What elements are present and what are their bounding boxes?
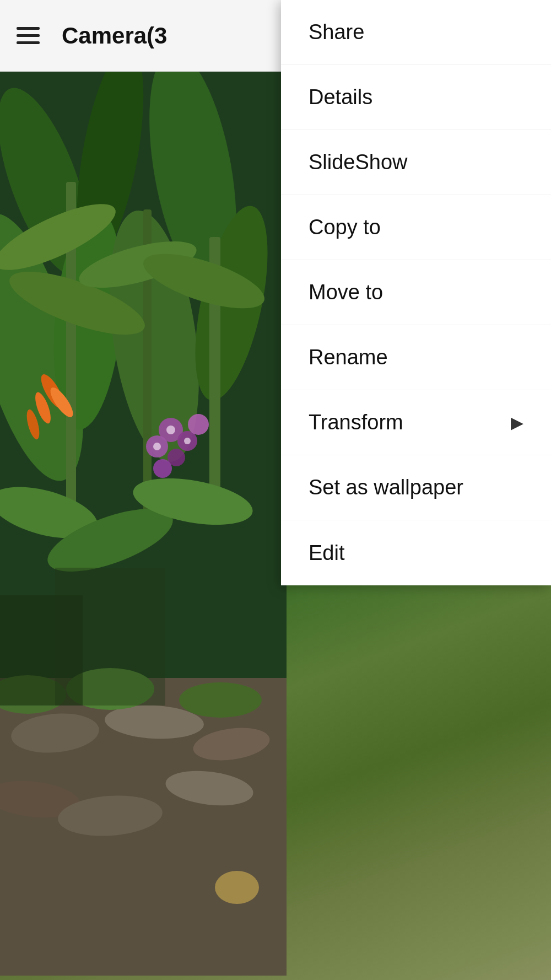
menu-item-transform[interactable]: Transform▶ bbox=[281, 390, 551, 455]
svg-point-24 bbox=[153, 459, 172, 478]
svg-point-25 bbox=[166, 426, 175, 434]
menu-item-share[interactable]: Share bbox=[281, 0, 551, 65]
menu-item-label-move-to: Move to bbox=[309, 281, 383, 304]
menu-item-label-transform: Transform bbox=[309, 411, 403, 434]
menu-item-rename[interactable]: Rename bbox=[281, 325, 551, 390]
svg-rect-43 bbox=[55, 568, 165, 706]
menu-item-label-copy-to: Copy to bbox=[309, 216, 381, 239]
menu-item-details[interactable]: Details bbox=[281, 65, 551, 130]
page-title: Camera(3 bbox=[62, 23, 167, 49]
menu-item-label-edit: Edit bbox=[309, 541, 344, 565]
menu-item-set-as-wallpaper[interactable]: Set as wallpaper bbox=[281, 455, 551, 520]
foliage-svg bbox=[0, 72, 287, 976]
menu-item-slideshow[interactable]: SlideShow bbox=[281, 130, 551, 195]
menu-item-move-to[interactable]: Move to bbox=[281, 260, 551, 325]
hamburger-menu-button[interactable] bbox=[17, 27, 40, 44]
menu-item-edit[interactable]: Edit bbox=[281, 520, 551, 585]
menu-item-label-set-as-wallpaper: Set as wallpaper bbox=[309, 476, 463, 499]
chevron-right-icon: ▶ bbox=[511, 413, 523, 432]
menu-item-label-slideshow: SlideShow bbox=[309, 150, 408, 174]
menu-item-copy-to[interactable]: Copy to bbox=[281, 195, 551, 260]
menu-item-label-rename: Rename bbox=[309, 346, 388, 369]
menu-item-label-share: Share bbox=[309, 20, 364, 44]
svg-point-41 bbox=[215, 871, 259, 904]
svg-point-40 bbox=[179, 682, 262, 718]
menu-item-label-details: Details bbox=[309, 85, 372, 109]
svg-point-26 bbox=[184, 438, 191, 444]
svg-point-23 bbox=[188, 414, 209, 435]
dropdown-menu: ShareDetailsSlideShowCopy toMove toRenam… bbox=[281, 0, 551, 585]
svg-point-27 bbox=[153, 443, 161, 450]
